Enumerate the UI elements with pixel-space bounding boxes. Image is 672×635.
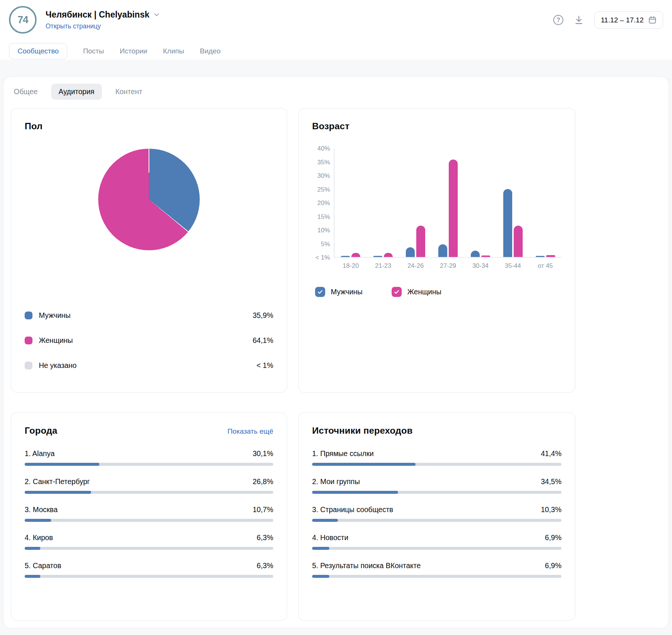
community-avatar[interactable]: 74 [9, 6, 37, 34]
gender-pie-chart [98, 149, 200, 250]
city-row: 1. Alanya30,1% [25, 449, 273, 466]
list-item-value: 26,8% [253, 477, 273, 486]
age-bar-men [438, 244, 447, 257]
progress-track [25, 575, 273, 578]
list-item-header: 2. Мои группы34,5% [312, 477, 561, 486]
source-row: 1. Прямые ссылки41,4% [312, 449, 561, 466]
list-item-name: 4. Новости [312, 533, 348, 542]
calendar-icon [648, 16, 657, 24]
age-card: Возраст 40%35%30%25%20%15%10%5%< 1% 18-2… [298, 108, 575, 393]
subtab-content[interactable]: Контент [115, 87, 142, 96]
list-item-value: 6,9% [545, 561, 561, 570]
city-row: 3. Москва10,7% [25, 505, 273, 522]
age-bar-group [497, 149, 529, 257]
progress-fill [312, 491, 398, 494]
progress-fill [25, 463, 99, 466]
open-page-link[interactable]: Открыть страницу [46, 22, 160, 30]
progress-track [25, 491, 273, 494]
age-bar-men [341, 256, 350, 257]
y-tick-label: 40% [317, 145, 330, 152]
x-tick-label: 24-26 [399, 262, 432, 270]
x-tick-label: 35-44 [497, 262, 529, 270]
source-row: 2. Мои группы34,5% [312, 477, 561, 494]
legend-toggle-women[interactable]: Женщины [392, 287, 441, 297]
age-bar-group [464, 149, 497, 257]
page-header: 74 Челябинск | Chelyabinsk Открыть стран… [0, 0, 672, 60]
list-item-value: 6,9% [545, 533, 561, 542]
city-row: 4. Киров6,3% [25, 533, 273, 550]
cities-show-more-link[interactable]: Показать ещё [227, 427, 273, 436]
age-bar-group [367, 149, 399, 257]
city-row: 2. Санкт-Петербург26,8% [25, 477, 273, 494]
age-bar-group [432, 149, 464, 257]
sub-tabs: Общее Аудитория Контент [14, 83, 661, 100]
list-item-name: 2. Санкт-Петербург [25, 477, 90, 486]
list-item-header: 3. Страницы сообществ10,3% [312, 505, 561, 514]
progress-track [312, 491, 561, 494]
list-item-value: 30,1% [253, 449, 273, 458]
legend-swatch-icon [25, 362, 32, 369]
list-item-header: 5. Саратов6,3% [25, 561, 273, 570]
list-item-name: 2. Мои группы [312, 477, 360, 486]
legend-toggle-men[interactable]: Мужчины [315, 287, 363, 297]
sources-card-title: Источники переходов [312, 425, 413, 436]
gender-card: Пол Мужчины35,9%Женщины64,1%Не указано< … [11, 108, 287, 393]
x-tick-label: 18-20 [335, 262, 367, 270]
source-row: 3. Страницы сообществ10,3% [312, 505, 561, 522]
legend-women-label: Женщины [407, 288, 441, 296]
progress-track [25, 463, 273, 466]
age-bar-women [481, 255, 490, 257]
age-bar-women [514, 226, 523, 257]
tab-clips[interactable]: Клипы [163, 47, 184, 55]
progress-track [312, 547, 561, 550]
list-item-name: 1. Прямые ссылки [312, 449, 374, 458]
progress-track [312, 463, 561, 466]
age-bar-men [373, 256, 382, 257]
chevron-down-icon[interactable] [153, 11, 160, 18]
progress-fill [312, 547, 329, 550]
gender-legend-row: Мужчины35,9% [25, 311, 273, 320]
y-tick-label: 15% [317, 213, 330, 221]
age-bar-men [536, 256, 545, 257]
download-icon [574, 15, 584, 25]
source-row: 4. Новости6,9% [312, 533, 561, 550]
checkbox-men-icon [315, 287, 325, 297]
progress-track [25, 547, 273, 550]
gender-card-title: Пол [25, 121, 273, 131]
subtab-general[interactable]: Общее [14, 87, 38, 96]
checkbox-women-icon [392, 287, 402, 297]
tab-posts[interactable]: Посты [83, 47, 104, 55]
list-item-value: 34,5% [541, 477, 561, 486]
age-bar-group [399, 149, 432, 257]
age-chart-plot [334, 149, 561, 258]
age-bar-group [529, 149, 561, 257]
y-tick-label: 10% [317, 227, 330, 234]
gender-legend-label: Мужчины [39, 311, 71, 320]
tab-stories[interactable]: Истории [119, 47, 147, 55]
date-range-text: 11.12 – 17.12 [601, 16, 644, 24]
legend-swatch-icon [25, 337, 32, 344]
source-row: 5. Результаты поиска ВКонтакте6,9% [312, 561, 561, 578]
age-bar-women [384, 253, 393, 257]
progress-track [312, 575, 561, 578]
list-item-name: 5. Саратов [25, 561, 61, 570]
progress-fill [25, 575, 40, 578]
progress-fill [25, 491, 91, 494]
age-bar-men [471, 251, 480, 257]
help-button[interactable]: ? [553, 15, 563, 25]
progress-fill [312, 575, 329, 578]
list-item-header: 3. Москва10,7% [25, 505, 273, 514]
question-icon: ? [553, 15, 563, 25]
gender-legend-label: Женщины [39, 336, 73, 345]
tab-community[interactable]: Сообщество [9, 43, 67, 59]
list-item-header: 5. Результаты поиска ВКонтакте6,9% [312, 561, 561, 570]
gender-legend-value: 64,1% [253, 336, 273, 345]
subtab-audience[interactable]: Аудитория [51, 84, 102, 100]
tab-video[interactable]: Видео [200, 47, 221, 55]
date-range-picker[interactable]: 11.12 – 17.12 [594, 11, 663, 29]
export-button[interactable] [574, 15, 584, 25]
age-bar-women [449, 159, 458, 257]
main-tabs: Сообщество Посты Истории Клипы Видео [9, 43, 663, 60]
x-tick-label: 27-29 [432, 262, 464, 270]
age-bar-men [503, 189, 512, 257]
